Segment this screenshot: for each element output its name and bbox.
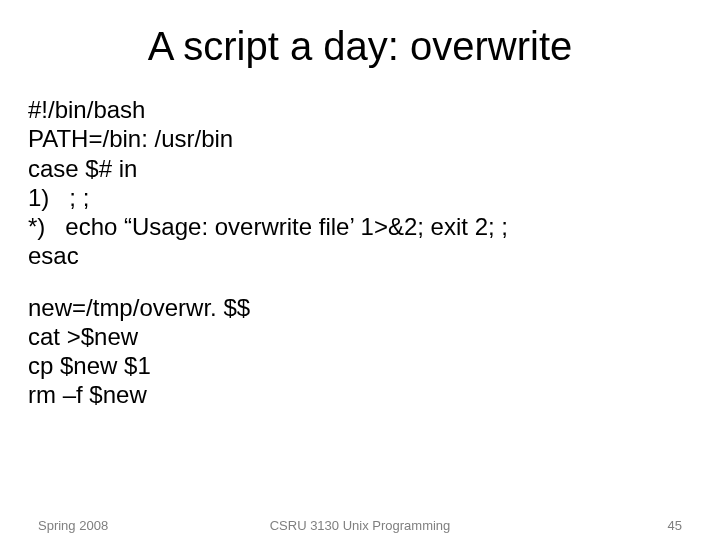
code-line: case $# in: [28, 154, 692, 183]
code-block-2: new=/tmp/overwr. $$ cat >$new cp $new $1…: [28, 293, 692, 410]
footer-center: CSRU 3130 Unix Programming: [0, 518, 720, 533]
code-line: cat >$new: [28, 322, 692, 351]
code-line: PATH=/bin: /usr/bin: [28, 124, 692, 153]
code-line: rm –f $new: [28, 380, 692, 409]
code-line: new=/tmp/overwr. $$: [28, 293, 692, 322]
slide-body: #!/bin/bash PATH=/bin: /usr/bin case $# …: [0, 77, 720, 410]
code-line: cp $new $1: [28, 351, 692, 380]
code-block-1: #!/bin/bash PATH=/bin: /usr/bin case $# …: [28, 95, 692, 271]
slide-title: A script a day: overwrite: [0, 0, 720, 77]
slide: A script a day: overwrite #!/bin/bash PA…: [0, 0, 720, 540]
code-line: esac: [28, 241, 692, 270]
footer-page-number: 45: [668, 518, 682, 533]
code-line: #!/bin/bash: [28, 95, 692, 124]
code-line: *) echo “Usage: overwrite file’ 1>&2; ex…: [28, 212, 692, 241]
code-line: 1) ; ;: [28, 183, 692, 212]
